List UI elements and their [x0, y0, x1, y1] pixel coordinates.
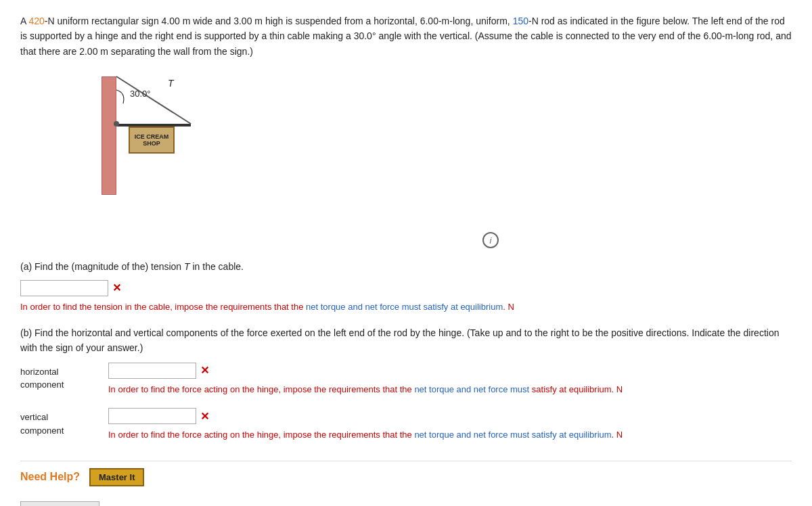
rod-weight: 150 — [513, 16, 528, 26]
part-a-input[interactable] — [20, 280, 108, 296]
submit-button[interactable]: Submit Answer — [20, 501, 99, 506]
horizontal-input[interactable] — [108, 363, 196, 379]
horizontal-label: horizontal component — [20, 363, 102, 399]
problem-text: A 420-N uniform rectangular sign 4.00 m … — [20, 14, 792, 59]
part-a-error-icon: ✕ — [112, 281, 121, 294]
vertical-feedback: In order to find the force acting on the… — [108, 428, 792, 442]
vertical-input[interactable] — [108, 408, 196, 424]
angle-label: 30.0° — [130, 89, 151, 99]
need-help-section: Need Help? Master It — [20, 461, 792, 486]
part-a-unit: N — [508, 302, 514, 312]
part-a-section: (a) Find the (magnitude of the) tension … — [20, 259, 792, 313]
part-a-input-row: ✕ — [20, 280, 792, 296]
info-icon-area: i — [189, 232, 792, 248]
part-a-feedback-highlight: net torque and net force must satisfy at… — [306, 302, 503, 312]
sign-line1: ICE CREAM — [135, 133, 169, 140]
vertical-error-icon: ✕ — [200, 410, 209, 423]
part-a-feedback-text-pre: In order to find the tension in the cabl… — [20, 302, 306, 312]
horizontal-feedback: In order to find the force acting on the… — [108, 383, 792, 396]
sign-line2: SHOP — [143, 140, 160, 147]
figure-container: T 30.0° ICE CREAM SHOP — [61, 70, 237, 218]
t-italic: T — [184, 261, 190, 272]
part-b-grid: horizontal component ✕ In order to find … — [20, 363, 792, 444]
horizontal-unit: N — [616, 384, 623, 394]
horizontal-input-row: ✕ — [108, 363, 792, 379]
need-help-label: Need Help? — [20, 471, 80, 483]
sign-box: ICE CREAM SHOP — [129, 127, 175, 154]
submit-area: Submit Answer — [20, 496, 792, 506]
master-it-button[interactable]: Master It — [89, 468, 144, 486]
vertical-feedback-highlight: net torque and net force must satisfy at… — [414, 430, 611, 440]
vertical-unit: N — [616, 430, 623, 440]
part-a-label: (a) Find the (magnitude of the) tension … — [20, 259, 792, 274]
vertical-label: vertical component — [20, 408, 102, 444]
part-b-label: (b) Find the horizontal and vertical com… — [20, 325, 792, 356]
vertical-input-row: ✕ — [108, 408, 792, 424]
svg-line-0 — [116, 76, 191, 124]
text-part1: A — [20, 16, 28, 26]
t-label: T — [168, 78, 174, 89]
sign-weight: 420 — [28, 16, 44, 26]
horizontal-right: ✕ In order to find the force acting on t… — [108, 363, 792, 399]
info-button[interactable]: i — [482, 232, 499, 248]
text-part2: -N uniform rectangular sign 4.00 m wide … — [45, 16, 513, 26]
horizontal-feedback-highlight: net torque and net force must — [414, 384, 529, 394]
horizontal-error-icon: ✕ — [200, 364, 209, 377]
figure-area: T 30.0° ICE CREAM SHOP — [61, 70, 792, 218]
vertical-right: ✕ In order to find the force acting on t… — [108, 408, 792, 444]
part-a-feedback: In order to find the tension in the cabl… — [20, 300, 792, 314]
part-b-section: (b) Find the horizontal and vertical com… — [20, 325, 792, 444]
